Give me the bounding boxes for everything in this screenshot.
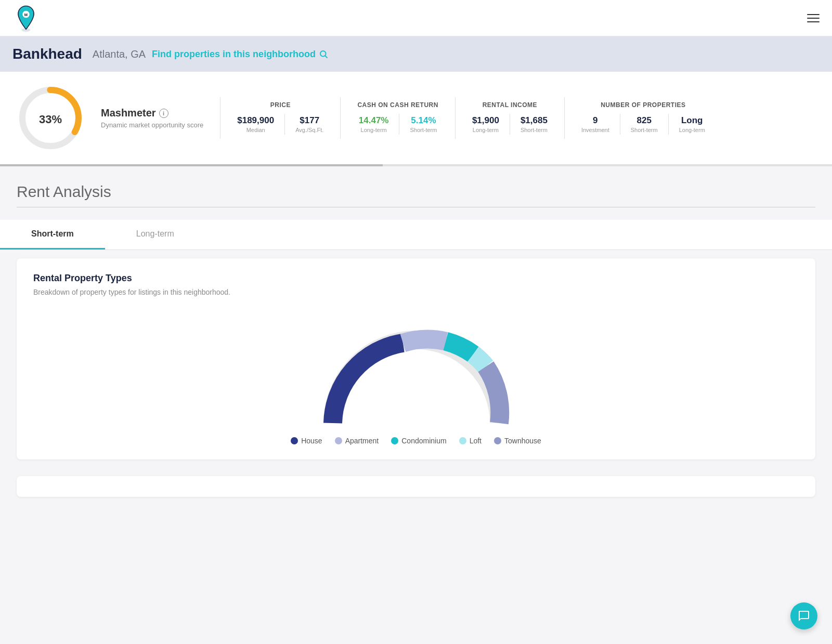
stat-num-longterm: Long Long-term [679, 115, 705, 133]
stat-num-properties: NUMBER OF PROPERTIES 9 Investment 825 Sh… [581, 101, 705, 135]
card-subtitle: Breakdown of property types for listings… [33, 288, 799, 296]
legend-label-apartment: Apartment [345, 437, 379, 445]
stat-cash-shortterm: 5.14% Short-term [410, 115, 437, 133]
tab-short-term[interactable]: Short-term [0, 220, 105, 249]
tabs-container: Short-term Long-term [0, 220, 832, 250]
stat-num-title: NUMBER OF PROPERTIES [601, 101, 685, 109]
legend-label-house: House [301, 437, 322, 445]
header-banner: Bankhead Atlanta, GA Find properties in … [0, 36, 832, 72]
location-text: Atlanta, GA [93, 48, 146, 60]
find-properties-link[interactable]: Find properties in this neighborhood [152, 49, 328, 60]
mashmeter-section: 33% Mashmeter i Dynamic market opportuni… [0, 72, 832, 164]
navbar: M [0, 0, 832, 36]
stat-cash-longterm: 14.47% Long-term [359, 115, 389, 133]
donut-chart [307, 309, 525, 428]
legend-townhouse: Townhouse [494, 437, 541, 445]
legend-loft: Loft [459, 437, 482, 445]
legend-dot-apartment [335, 437, 342, 444]
info-icon[interactable]: i [159, 109, 168, 118]
stat-cash-title: CASH ON CASH RETURN [357, 101, 438, 109]
svg-point-3 [320, 51, 326, 57]
stat-num-shortterm: 825 Short-term [631, 115, 658, 133]
stats-divider-2 [340, 97, 341, 139]
mashmeter-gauge: 33% [17, 84, 84, 152]
mashmeter-score: 33% [39, 113, 62, 126]
svg-text:M: M [24, 12, 28, 17]
hamburger-menu[interactable] [807, 14, 820, 22]
card-title: Rental Property Types [33, 273, 799, 284]
legend-label-townhouse: Townhouse [504, 437, 541, 445]
mashmeter-title: Mashmeter i [101, 107, 203, 119]
rent-analysis-section: Rent Analysis [0, 166, 832, 207]
property-types-card: Rental Property Types Breakdown of prope… [17, 258, 815, 459]
stats-divider-3 [455, 97, 456, 139]
logo-container: M [12, 5, 40, 32]
legend-dot-loft [459, 437, 466, 444]
rent-analysis-divider [17, 207, 815, 207]
neighborhood-name: Bankhead [12, 46, 82, 62]
stats-divider-1 [220, 97, 220, 139]
stat-cash-values: 14.47% Long-term 5.14% Short-term [359, 114, 437, 135]
stat-median: $189,900 Median [237, 115, 274, 133]
tab-long-term[interactable]: Long-term [105, 220, 205, 249]
search-icon [319, 49, 328, 59]
chart-legend: House Apartment Condominium Loft Townhou… [291, 437, 541, 445]
legend-label-loft: Loft [470, 437, 482, 445]
stat-num-values: 9 Investment 825 Short-term Long Long-te… [581, 114, 705, 135]
legend-apartment: Apartment [335, 437, 379, 445]
stat-rental-values: $1,900 Long-term $1,685 Short-term [472, 114, 548, 135]
legend-condominium: Condominium [391, 437, 446, 445]
stat-price-title: PRICE [270, 101, 291, 109]
stat-rental-income: RENTAL INCOME $1,900 Long-term $1,685 Sh… [472, 101, 548, 135]
bottom-hint-card [17, 476, 815, 497]
legend-label-condominium: Condominium [401, 437, 446, 445]
stat-avg-sqft: $177 Avg./Sq.Ft. [295, 115, 323, 133]
legend-dot-condominium [391, 437, 398, 444]
mashmeter-subtitle: Dynamic market opportunity score [101, 121, 203, 129]
stat-rental-shortterm: $1,685 Short-term [521, 115, 548, 133]
legend-dot-house [291, 437, 298, 444]
stat-rental-longterm: $1,900 Long-term [472, 115, 499, 133]
rent-analysis-title: Rent Analysis [17, 183, 815, 201]
logo-icon: M [12, 5, 40, 32]
stats-divider-4 [564, 97, 565, 139]
legend-dot-townhouse [494, 437, 501, 444]
stat-price-values: $189,900 Median $177 Avg./Sq.Ft. [237, 114, 323, 135]
mashmeter-info: Mashmeter i Dynamic market opportunity s… [101, 107, 203, 129]
chart-container: House Apartment Condominium Loft Townhou… [33, 309, 799, 445]
stat-rental-title: RENTAL INCOME [483, 101, 537, 109]
stat-price: PRICE $189,900 Median $177 Avg./Sq.Ft. [237, 101, 323, 135]
legend-house: House [291, 437, 322, 445]
card-section: Rental Property Types Breakdown of prope… [0, 250, 832, 476]
stat-cash-return: CASH ON CASH RETURN 14.47% Long-term 5.1… [357, 101, 438, 135]
bottom-hint [0, 476, 832, 514]
stat-num-investment: 9 Investment [581, 115, 609, 133]
svg-line-4 [325, 56, 327, 58]
